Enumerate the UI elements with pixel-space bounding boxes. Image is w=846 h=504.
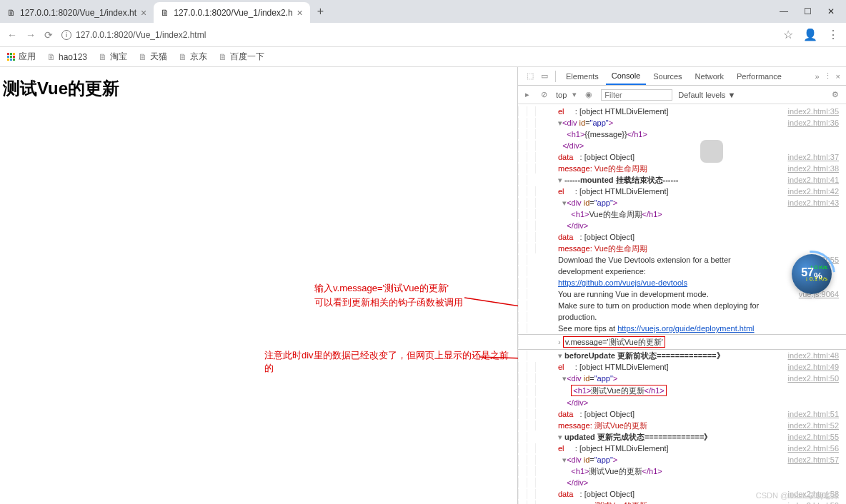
log-row: <h1>{{message}}</h1> bbox=[518, 128, 846, 140]
log-row: data : [object Object]index2.html:37 bbox=[518, 151, 846, 163]
url-box[interactable]: i 127.0.0.1:8020/Vue_1/index2.html bbox=[61, 30, 775, 40]
maximize-icon[interactable]: ☐ bbox=[804, 6, 812, 16]
log-row: <h1>测试Vue的更新</h1> bbox=[518, 384, 846, 397]
reload-button[interactable]: ⟳ bbox=[44, 29, 53, 41]
inspect-icon[interactable]: ⬚ bbox=[524, 71, 537, 81]
eye-icon[interactable]: ◉ bbox=[582, 90, 595, 99]
log-row: el : [object HTMLDivElement]index2.html:… bbox=[518, 443, 846, 454]
clear-console-icon[interactable]: ⊘ bbox=[538, 90, 550, 99]
page-icon: 🗎 bbox=[139, 52, 147, 62]
browser-tab-active[interactable]: 🗎 127.0.0.1:8020/Vue_1/index2.h × bbox=[154, 2, 310, 24]
log-row: </div> bbox=[518, 477, 846, 488]
command-text: v.message='测试Vue的更新' bbox=[563, 336, 665, 348]
network-orb: ↑ 0 K/s ↓ 0.1 K/s 57% bbox=[792, 254, 832, 294]
page-icon: 🗎 bbox=[47, 52, 56, 62]
tab-title: 127.0.0.1:8020/Vue_1/index2.h bbox=[174, 8, 292, 18]
page-icon: 🗎 bbox=[179, 52, 187, 62]
more-tabs-icon[interactable]: » bbox=[815, 72, 819, 81]
log-row: ▾ updated 更新完成状态=============》index2.htm… bbox=[518, 431, 846, 443]
info-icon[interactable]: i bbox=[61, 30, 71, 40]
log-row: ▾<div id="app">index2.html:36 bbox=[518, 117, 846, 128]
log-row: message: Vue的生命周期index2.html:38 bbox=[518, 163, 846, 174]
tab-network[interactable]: Network bbox=[690, 67, 730, 85]
log-row: </div> bbox=[518, 140, 846, 151]
watermark: CSDN @Java-录萌老师 bbox=[756, 490, 839, 501]
address-bar: ← → ⟳ i 127.0.0.1:8020/Vue_1/index2.html… bbox=[0, 23, 846, 47]
filter-input[interactable] bbox=[604, 91, 669, 99]
log-row: el : [object HTMLDivElement]index2.html:… bbox=[518, 361, 846, 373]
minimize-icon[interactable]: — bbox=[780, 6, 788, 16]
apps-button[interactable]: 应用 bbox=[7, 51, 36, 63]
tab-elements[interactable]: Elements bbox=[560, 67, 604, 85]
bookmark-item[interactable]: 🗎hao123 bbox=[47, 52, 87, 62]
bookmark-item[interactable]: 🗎天猫 bbox=[139, 51, 167, 63]
annotation-2: 注意此时div里的数据已经改变了，但网页上显示的还是之前的 bbox=[264, 349, 517, 375]
devtools-panel: ⬚ ▭ Elements Console Sources Network Per… bbox=[517, 67, 846, 504]
log-row: production. bbox=[518, 311, 846, 323]
browser-tab[interactable]: 🗎 127.0.0.1:8020/Vue_1/index.ht × bbox=[0, 2, 154, 24]
log-row: ▾<div id="app">index2.html:57 bbox=[518, 454, 846, 465]
new-tab-button[interactable]: + bbox=[310, 5, 331, 18]
page-heading: 测试Vue的更新 bbox=[3, 77, 514, 100]
star-icon[interactable]: ☆ bbox=[783, 28, 793, 41]
bookmark-item[interactable]: 🗎京东 bbox=[179, 51, 207, 63]
device-icon[interactable]: ▭ bbox=[538, 71, 551, 81]
page-icon: 🗎 bbox=[219, 52, 227, 62]
menu-icon[interactable]: ⋮ bbox=[827, 28, 839, 41]
chevron-down-icon: ▾ bbox=[572, 90, 577, 99]
context-select[interactable]: top bbox=[556, 91, 567, 99]
apps-label: 应用 bbox=[19, 51, 36, 63]
file-icon: 🗎 bbox=[7, 8, 16, 18]
apps-icon bbox=[7, 53, 16, 61]
console-toolbar: ▸ ⊘ top ▾ ◉ Default levels ▼ ⚙ bbox=[518, 86, 846, 104]
file-icon: 🗎 bbox=[161, 8, 169, 18]
levels-select[interactable]: Default levels ▼ bbox=[678, 91, 735, 99]
window-controls: — ☐ ✕ bbox=[768, 6, 846, 16]
tab-performance[interactable]: Performance bbox=[731, 67, 787, 85]
profile-icon[interactable]: 👤 bbox=[803, 28, 817, 41]
gear-icon[interactable]: ⚙ bbox=[829, 90, 842, 99]
log-row: el : [object HTMLDivElement]index2.html:… bbox=[518, 186, 846, 197]
log-row: See more tips at https://vuejs.org/guide… bbox=[518, 323, 846, 334]
bookmark-item[interactable]: 🗎百度一下 bbox=[219, 51, 264, 63]
log-row: Make sure to turn on production mode whe… bbox=[518, 300, 846, 311]
log-row: </div> bbox=[518, 220, 846, 231]
bookmarks-bar: 应用 🗎hao123 🗎淘宝 🗎天猫 🗎京东 🗎百度一下 bbox=[0, 47, 846, 67]
log-row: ▾ ------mounted 挂载结束状态------index2.html:… bbox=[518, 174, 846, 186]
bookmark-item[interactable]: 🗎淘宝 bbox=[99, 51, 127, 63]
download-speed: ↓ 0.1 K/s bbox=[805, 276, 827, 282]
log-row: ▾<div id="app">index2.html:43 bbox=[518, 197, 846, 208]
tab-title: 127.0.0.1:8020/Vue_1/index.ht bbox=[20, 8, 136, 18]
devtools-tabs: ⬚ ▭ Elements Console Sources Network Per… bbox=[518, 67, 846, 86]
ghost-overlay-icon bbox=[700, 140, 723, 163]
content-area: 测试Vue的更新 输入v.message='测试Vue的更新' 可以看到更新相关… bbox=[0, 67, 846, 504]
log-row: <h1>测试Vue的更新</h1> bbox=[518, 465, 846, 477]
log-row: data : [object Object] bbox=[518, 231, 846, 243]
tab-sources[interactable]: Sources bbox=[647, 67, 687, 85]
filter-input-box[interactable] bbox=[601, 89, 672, 101]
forward-button[interactable]: → bbox=[26, 29, 36, 41]
close-icon[interactable]: × bbox=[297, 7, 303, 19]
log-row: </div> bbox=[518, 397, 846, 408]
close-icon[interactable]: × bbox=[141, 7, 146, 19]
tab-console[interactable]: Console bbox=[606, 67, 646, 85]
url-text: 127.0.0.1:8020/Vue_1/index2.html bbox=[76, 30, 206, 40]
annotation-1: 输入v.message='测试Vue的更新' 可以看到更新相关的钩子函数被调用 bbox=[314, 281, 463, 309]
back-button[interactable]: ← bbox=[7, 29, 17, 41]
log-row: message: 测试Vue的更新index2.html:52 bbox=[518, 420, 846, 431]
log-row: ▾ beforeUpdate 更新前状态=============》index2… bbox=[518, 350, 846, 361]
close-icon[interactable]: ✕ bbox=[827, 6, 835, 16]
page-icon: 🗎 bbox=[99, 52, 107, 62]
log-row: message: Vue的生命周期 bbox=[518, 243, 846, 254]
sidebar-toggle-icon[interactable]: ▸ bbox=[522, 90, 532, 99]
log-row: ▾<div id="app">index2.html:50 bbox=[518, 373, 846, 384]
log-row: <h1>Vue的生命周期</h1> bbox=[518, 208, 846, 220]
kebab-icon[interactable]: ⋮ bbox=[824, 71, 832, 81]
upload-speed: ↑ 0 K/s bbox=[810, 264, 827, 271]
console-output[interactable]: ↑ 0 K/s ↓ 0.1 K/s 57% el : [object HTMLD… bbox=[518, 104, 846, 504]
page-viewport: 测试Vue的更新 输入v.message='测试Vue的更新' 可以看到更新相关… bbox=[0, 67, 517, 504]
title-bar: 🗎 127.0.0.1:8020/Vue_1/index.ht × 🗎 127.… bbox=[0, 0, 846, 23]
close-icon[interactable]: × bbox=[836, 72, 840, 81]
command-row: › v.message='测试Vue的更新' bbox=[518, 334, 846, 350]
log-row: el : [object HTMLDivElement]index2.html:… bbox=[518, 106, 846, 117]
